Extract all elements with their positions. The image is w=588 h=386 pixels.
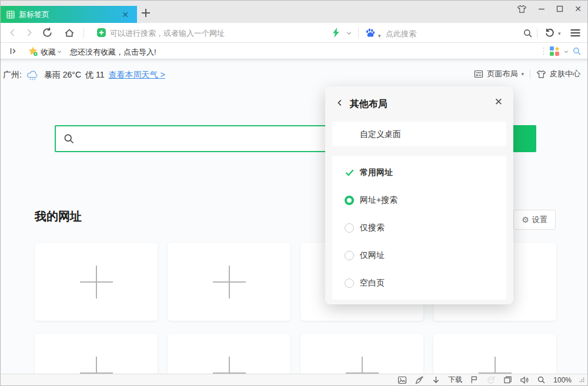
chevron-down-icon[interactable] — [346, 30, 352, 36]
caret-down-icon[interactable]: ▾ — [558, 31, 561, 36]
search-icon[interactable] — [523, 28, 533, 38]
add-site-card[interactable] — [35, 243, 158, 321]
tshirt-icon — [536, 70, 546, 79]
home-icon[interactable] — [64, 28, 75, 38]
gear-icon: ⚙ — [522, 216, 529, 224]
grid-icon — [6, 11, 15, 19]
option-sites-plus-search[interactable]: 网址+搜索 — [332, 186, 506, 214]
option-label: 常用网址 — [360, 167, 393, 178]
weather-city: 广州: — [3, 70, 22, 80]
divider — [530, 69, 530, 79]
speaker-icon[interactable] — [520, 375, 529, 385]
divider — [358, 28, 359, 38]
plus-icon — [80, 357, 113, 375]
popup-close-icon[interactable]: ✕ — [492, 95, 505, 109]
minimize-icon[interactable] — [538, 5, 545, 12]
page-zoom-search-icon[interactable] — [537, 375, 546, 384]
popup-title: 其他布局 — [350, 98, 387, 110]
plus-icon — [142, 9, 150, 17]
option-common-sites[interactable]: 常用网址 — [332, 159, 506, 186]
divider — [537, 28, 537, 38]
plus-icon — [479, 357, 512, 375]
plus-icon — [213, 266, 246, 298]
radio-selected-icon — [345, 196, 354, 205]
add-site-card[interactable] — [35, 334, 158, 375]
caret-down-icon[interactable]: ▾ — [378, 33, 381, 39]
add-site-card[interactable] — [433, 334, 556, 375]
resize-grip-icon[interactable] — [579, 377, 584, 382]
layout-options-popup: 其他布局 ✕ 自定义桌面 常用网址 网址+搜索 仅搜索 仅网址 — [325, 86, 513, 304]
option-label: 仅搜索 — [360, 223, 385, 233]
add-site-card[interactable] — [168, 243, 290, 321]
add-site-card[interactable] — [168, 334, 290, 375]
weather-week-link[interactable]: 查看本周天气 > — [109, 70, 165, 80]
weather-aqi: 优 11 — [85, 70, 104, 80]
tab-close-icon[interactable]: ✕ — [119, 9, 131, 20]
option-search-only[interactable]: 仅搜索 — [332, 214, 506, 241]
baidu-paw-icon[interactable] — [365, 28, 376, 38]
zoom-search-icon[interactable] — [572, 46, 582, 56]
ie-compat-icon[interactable] — [486, 375, 496, 385]
back-icon[interactable] — [8, 28, 18, 38]
rain-cloud-icon — [26, 69, 40, 81]
refresh-icon[interactable] — [42, 27, 53, 38]
menu-hamburger-icon[interactable] — [570, 29, 581, 37]
bookmarks-empty-hint[interactable]: 您还没有收藏，点击导入! — [70, 47, 156, 58]
radio-icon — [345, 251, 354, 260]
back-chevron-icon[interactable] — [336, 99, 344, 107]
browser-window: 新标签页 ✕ ✕ — [0, 0, 588, 386]
plus-icon — [213, 357, 246, 375]
search-engine-hint[interactable]: 点此搜索 — [386, 29, 416, 39]
favorites-star-icon[interactable] — [28, 46, 38, 56]
skin-center-button[interactable]: 皮肤中心 — [536, 69, 580, 79]
download-arrow-icon[interactable] — [432, 375, 440, 384]
option-label: 网址+搜索 — [360, 195, 397, 206]
new-tab-button[interactable] — [142, 9, 152, 19]
undo-restore-icon[interactable] — [544, 28, 555, 38]
download-label[interactable]: 下载 — [448, 375, 462, 385]
zoom-level[interactable]: 100% — [553, 376, 572, 384]
window-close-icon[interactable]: ✕ — [574, 4, 582, 14]
skin-center-label: 皮肤中心 — [550, 69, 580, 79]
custom-desktop-item[interactable]: 自定义桌面 — [332, 122, 506, 146]
plus-icon — [346, 357, 379, 375]
lightning-boost-icon[interactable] — [332, 28, 340, 38]
search-magnifier-icon — [63, 133, 75, 145]
favorites-label[interactable]: 收藏 — [41, 47, 56, 58]
address-input[interactable] — [110, 26, 322, 40]
tab-title: 新标签页 — [19, 9, 119, 20]
weather-condition-temp: 暴雨 26°C — [44, 70, 81, 80]
forward-icon[interactable] — [24, 28, 34, 38]
option-label: 空白页 — [360, 278, 385, 288]
flag-report-icon[interactable] — [470, 375, 479, 384]
title-bar: 新标签页 ✕ ✕ — [1, 1, 587, 23]
reading-mode-icon[interactable] — [503, 375, 512, 384]
option-blank-page[interactable]: 空白页 — [332, 269, 506, 297]
option-label: 仅网址 — [360, 250, 385, 261]
maximize-icon[interactable] — [556, 5, 563, 12]
radio-icon — [345, 278, 354, 288]
plus-icon — [80, 266, 113, 298]
settings-label: 设置 — [532, 214, 547, 225]
option-sites-only[interactable]: 仅网址 — [332, 241, 506, 269]
radio-icon — [345, 223, 354, 233]
sidebar-expand-icon[interactable] — [9, 46, 18, 56]
safety-shield-icon[interactable] — [96, 28, 106, 38]
page-layout-button[interactable]: 页面布局 ▾ — [474, 69, 524, 79]
skin-tshirt-icon[interactable] — [517, 5, 527, 14]
layout-icon — [474, 69, 483, 79]
chevron-down-icon[interactable] — [563, 49, 569, 55]
apps-grid-icon[interactable] — [549, 46, 560, 56]
add-site-card[interactable] — [300, 334, 423, 375]
chevron-down-icon[interactable] — [56, 49, 62, 55]
page-layout-label: 页面布局 — [487, 69, 517, 79]
status-bar: 下载 100% — [1, 374, 587, 385]
settings-button[interactable]: ⚙ 设置 — [513, 210, 556, 230]
navigation-toolbar: ▾ 点此搜索 ▾ — [1, 23, 587, 43]
drag-grip-icon — [543, 47, 544, 55]
layout-options-list: 常用网址 网址+搜索 仅搜索 仅网址 空白页 — [332, 156, 506, 300]
tab-new-page[interactable]: 新标签页 ✕ — [1, 6, 137, 23]
boost-rocket-off-icon[interactable] — [415, 375, 424, 385]
my-sites-title: 我的网址 — [35, 209, 82, 224]
screenshot-image-icon[interactable] — [397, 375, 407, 385]
